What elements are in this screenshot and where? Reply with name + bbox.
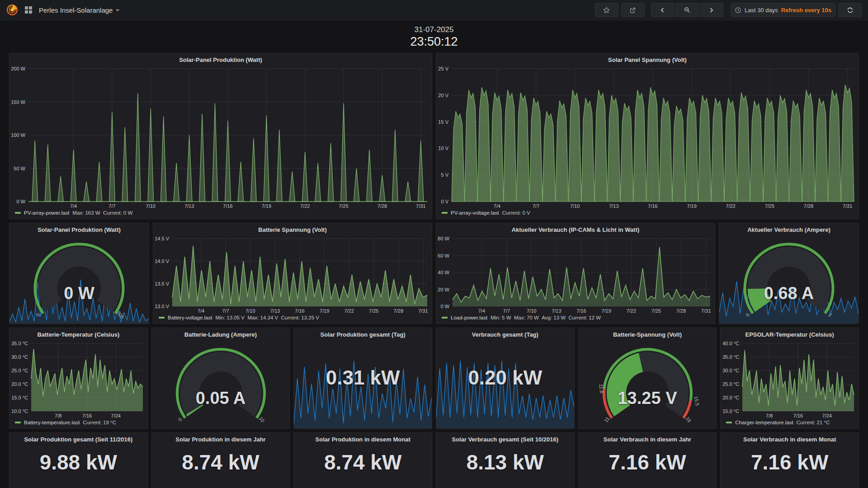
svg-text:7/19: 7/19 xyxy=(687,203,696,209)
panel-title[interactable]: Aktueller Verbrauch (IP-CAMs & Licht in … xyxy=(436,223,715,235)
magnifier-zoom-out-icon xyxy=(684,6,691,14)
svg-text:7/16: 7/16 xyxy=(576,308,586,314)
gauge: 05 xyxy=(719,235,859,324)
row-2: Solar-Panel Produktion (Watt) 0200 0 W B… xyxy=(9,223,859,324)
legend-swatch xyxy=(15,422,21,423)
svg-text:150 W: 150 W xyxy=(11,99,25,105)
grafana-logo-icon[interactable] xyxy=(6,4,18,16)
stat-body: 0.31 kW xyxy=(294,340,432,428)
chevron-right-icon xyxy=(708,7,715,14)
svg-text:7/22: 7/22 xyxy=(300,203,310,209)
panel-title[interactable]: Solar-Panel Produktion (Watt) xyxy=(9,53,432,65)
svg-text:100 W: 100 W xyxy=(11,132,25,138)
panel-title[interactable]: Solar Panel Spannung (Volt) xyxy=(436,53,859,65)
legend: Load-power.last Min: 5 W Max: 70 W Avg: … xyxy=(436,314,715,324)
svg-text:7/31: 7/31 xyxy=(416,203,425,209)
gauge-body: 1111.815.516 13.25 V xyxy=(579,340,717,428)
legend-series-name[interactable]: Battery-temperature.last xyxy=(24,420,80,425)
zoom-out-button[interactable] xyxy=(675,3,699,17)
panel-solar-voltage-graph: Solar Panel Spannung (Volt) 25 V20 V15 V… xyxy=(436,53,859,219)
panel-consumption-month: Solar Verbrauch in diesem Monat 7.16 kW xyxy=(720,432,859,488)
svg-text:50 W: 50 W xyxy=(14,166,25,171)
panel-title[interactable]: Solar Produktion gesamt (Seit 11/2016) xyxy=(9,433,147,445)
svg-text:0: 0 xyxy=(35,312,41,318)
panel-production-year: Solar Produktion in diesem Jahr 8.74 kW xyxy=(151,432,290,488)
gauge-value: 13.25 V xyxy=(579,389,717,408)
time-back-button[interactable] xyxy=(651,3,675,17)
svg-text:20 W: 20 W xyxy=(438,287,449,292)
svg-text:7/25: 7/25 xyxy=(339,203,348,209)
share-button[interactable] xyxy=(621,3,645,17)
svg-text:7/13: 7/13 xyxy=(270,308,280,314)
svg-text:7/19: 7/19 xyxy=(262,203,271,209)
legend-series-name[interactable]: PV-array-power.last xyxy=(24,210,69,216)
navbar: Perles Insel-Solaranlage xyxy=(0,0,868,20)
time-forward-button[interactable] xyxy=(700,3,723,17)
panel-total-production: Solar Produktion gesamt (Seit 11/2016) 9… xyxy=(9,432,148,488)
svg-text:7/24: 7/24 xyxy=(111,413,121,418)
legend-swatch xyxy=(159,317,165,319)
svg-text:7/10: 7/10 xyxy=(245,308,255,314)
stat-value: 7.16 kW xyxy=(721,450,859,474)
panel-title[interactable]: Batterie Spannung (Volt) xyxy=(153,223,432,235)
svg-text:40.0 °C: 40.0 °C xyxy=(723,341,740,346)
chevron-down-icon xyxy=(116,9,119,11)
battery-temp-plot[interactable]: 35.0 °C30.0 °C25.0 °C20.0 °C15.0 °C10.0 … xyxy=(9,340,147,419)
star-button[interactable] xyxy=(595,3,618,17)
svg-text:7/7: 7/7 xyxy=(533,203,539,209)
svg-text:25 V: 25 V xyxy=(438,66,448,71)
refresh-button[interactable] xyxy=(838,3,862,17)
svg-text:15 V: 15 V xyxy=(438,119,448,125)
svg-text:7/28: 7/28 xyxy=(377,203,387,209)
panel-title[interactable]: Verbrauch gesamt (Tag) xyxy=(436,328,574,340)
panel-title[interactable]: Batterie-Temperatur (Celsius) xyxy=(9,328,147,340)
battery-voltage-plot[interactable]: 14.5 V14.0 V13.5 V13.0 V7/47/77/107/137/… xyxy=(153,235,432,314)
legend-stats: Min: 5 W Max: 70 W Avg: 13 W Current: 12… xyxy=(491,315,601,320)
svg-text:7/25: 7/25 xyxy=(369,308,378,314)
panel-title[interactable]: Solar Verbrauch in diesem Monat xyxy=(721,433,859,445)
gauge: 0200 xyxy=(9,235,149,324)
panel-current-ampere-gauge: Aktueller Verbrauch (Ampere) 05 0.68 A xyxy=(719,223,859,324)
svg-text:7/31: 7/31 xyxy=(701,308,711,314)
time-range-picker[interactable]: Last 30 days Refresh every 10s xyxy=(731,3,835,17)
svg-text:10 V: 10 V xyxy=(438,145,448,151)
epsolar-temp-plot[interactable]: 40.0 °C35.0 °C30.0 °C25.0 °C20.0 °C15.0 … xyxy=(721,340,859,419)
svg-text:7/10: 7/10 xyxy=(570,203,580,209)
gauge-value: 0 W xyxy=(9,284,149,303)
panel-title[interactable]: Solar-Panel Produktion (Watt) xyxy=(9,223,149,235)
panel-production-month: Solar Produktion in diesem Monat 8.74 kW xyxy=(293,432,432,488)
legend-series-name[interactable]: Charger-temperature.last xyxy=(735,420,793,425)
legend-series-name[interactable]: PV-array-voltage.last xyxy=(451,210,499,216)
dashboard-grid-icon[interactable] xyxy=(24,6,33,14)
clock-panel: 31-07-2025 23:50:12 xyxy=(9,23,859,53)
panel-title[interactable]: Solar Produktion in diesem Jahr xyxy=(152,433,290,445)
panel-title[interactable]: Batterie-Spannung (Volt) xyxy=(579,328,717,340)
svg-text:7/7: 7/7 xyxy=(503,308,510,314)
dashboard-title-dropdown[interactable]: Perles Insel-Solaranlage xyxy=(39,6,119,14)
svg-text:200 W: 200 W xyxy=(11,66,25,71)
load-power-plot[interactable]: 80 W60 W40 W20 W0 W7/47/77/107/137/167/1… xyxy=(436,235,715,314)
svg-text:10: 10 xyxy=(258,416,265,423)
legend-series-name[interactable]: Load-power.last xyxy=(451,315,487,320)
panel-title[interactable]: Solar Verbrauch gesamt (Seit 10/2016) xyxy=(436,433,574,445)
panel-title[interactable]: Solar Produktion in diesem Monat xyxy=(294,433,432,445)
svg-text:7/16: 7/16 xyxy=(295,308,304,314)
panel-title[interactable]: EPSOLAR-Temperatur (Celsius) xyxy=(721,328,859,340)
legend-series-name[interactable]: Battery-voltage.last xyxy=(168,315,212,320)
panel-title[interactable]: Solar Produktion gesamt (Tag) xyxy=(294,328,432,340)
panel-battery-temp-graph: Batterie-Temperatur (Celsius) 35.0 °C30.… xyxy=(9,328,148,429)
svg-text:7/25: 7/25 xyxy=(651,308,661,314)
panel-consumption-year: Solar Verbrauch in diesem Jahr 7.16 kW xyxy=(578,432,717,488)
legend-stats: Current: 21 °C xyxy=(797,420,830,425)
svg-text:20.0 °C: 20.0 °C xyxy=(723,395,740,400)
legend: Battery-voltage.last Min: 13.05 V Max: 1… xyxy=(153,314,432,324)
panel-title[interactable]: Batterie-Ladung (Ampere) xyxy=(152,328,290,340)
svg-text:20 V: 20 V xyxy=(438,93,448,98)
svg-text:0: 0 xyxy=(177,417,183,422)
svg-text:60 W: 60 W xyxy=(438,253,449,258)
panel-title[interactable]: Aktueller Verbrauch (Ampere) xyxy=(719,223,859,235)
stat-body: 0.20 kW xyxy=(436,340,574,428)
solar-power-plot[interactable]: 200 W150 W100 W50 W0 W7/47/77/107/137/16… xyxy=(9,65,432,210)
panel-title[interactable]: Solar Verbrauch in diesem Jahr xyxy=(579,433,717,445)
solar-voltage-plot[interactable]: 25 V20 V15 V10 V5 V0 V7/47/77/107/137/16… xyxy=(436,65,859,210)
